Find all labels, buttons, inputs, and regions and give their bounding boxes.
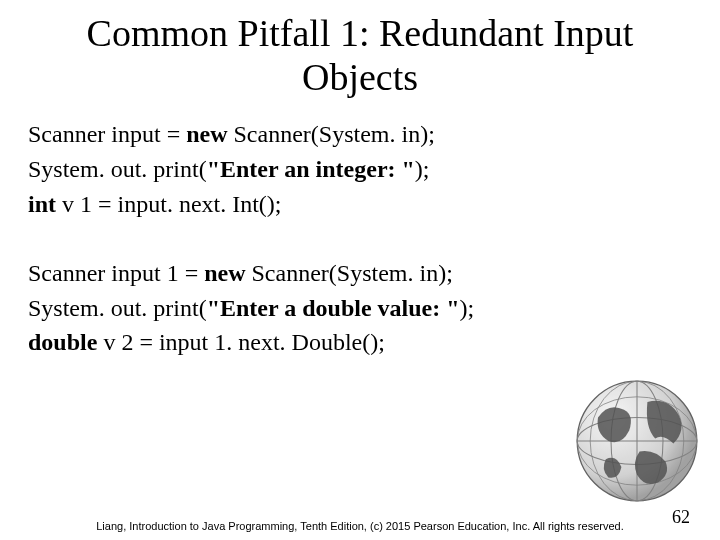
code-text: Scanner(System. in); <box>234 121 435 147</box>
slide: Common Pitfall 1: Redundant Input Object… <box>0 0 720 540</box>
code-keyword: new <box>204 260 251 286</box>
code-keyword: new <box>186 121 233 147</box>
globe-icon <box>572 376 702 506</box>
code-keyword: double <box>28 329 103 355</box>
code-line: Scanner input 1 = new Scanner(System. in… <box>28 256 692 291</box>
code-text: Scanner(System. in); <box>252 260 453 286</box>
code-text: v 2 = input 1. next. Double(); <box>103 329 385 355</box>
footer-text: Liang, Introduction to Java Programming,… <box>0 520 720 534</box>
code-line: System. out. print("Enter a double value… <box>28 291 692 326</box>
code-keyword: int <box>28 191 62 217</box>
code-text: System. out. print( <box>28 156 207 182</box>
slide-body: Scanner input = new Scanner(System. in);… <box>0 109 720 360</box>
code-text: ); <box>460 295 475 321</box>
code-line: double v 2 = input 1. next. Double(); <box>28 325 692 360</box>
code-text: ); <box>415 156 430 182</box>
spacer <box>28 222 692 256</box>
code-text: Scanner input = <box>28 121 186 147</box>
code-string: "Enter a double value: " <box>207 295 460 321</box>
code-string: "Enter an integer: " <box>207 156 415 182</box>
code-line: Scanner input = new Scanner(System. in); <box>28 117 692 152</box>
code-text: System. out. print( <box>28 295 207 321</box>
code-line: System. out. print("Enter an integer: ")… <box>28 152 692 187</box>
code-text: Scanner input 1 = <box>28 260 204 286</box>
page-number: 62 <box>672 507 690 528</box>
slide-title: Common Pitfall 1: Redundant Input Object… <box>0 0 720 109</box>
code-line: int v 1 = input. next. Int(); <box>28 187 692 222</box>
code-text: v 1 = input. next. Int(); <box>62 191 282 217</box>
